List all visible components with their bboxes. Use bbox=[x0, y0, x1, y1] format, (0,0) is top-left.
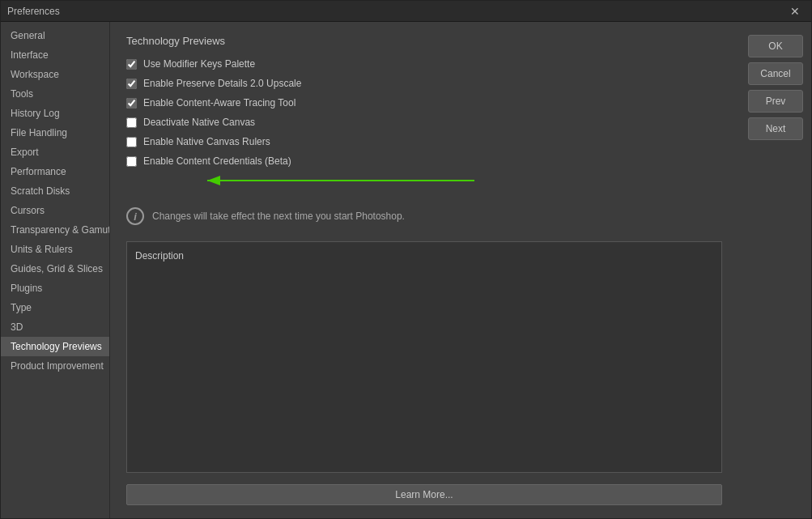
sidebar-item-general[interactable]: General bbox=[1, 26, 109, 45]
checkbox-4[interactable] bbox=[126, 137, 137, 147]
sidebar-item-cursors[interactable]: Cursors bbox=[1, 201, 109, 220]
sidebar-item-interface[interactable]: Interface bbox=[1, 45, 109, 65]
sidebar-item-workspace[interactable]: Workspace bbox=[1, 65, 109, 84]
prev-button[interactable]: Prev bbox=[748, 90, 803, 113]
checkbox-3[interactable] bbox=[126, 117, 137, 128]
cancel-button[interactable]: Cancel bbox=[748, 62, 803, 85]
checkbox-row-4: Enable Native Canvas Rulers bbox=[126, 136, 722, 147]
checkbox-0[interactable] bbox=[126, 59, 137, 70]
info-icon: i bbox=[126, 207, 144, 225]
checkbox-2[interactable] bbox=[126, 98, 137, 108]
sidebar-item-type[interactable]: Type bbox=[1, 298, 109, 317]
content-area: GeneralInterfaceWorkspaceToolsHistory Lo… bbox=[1, 22, 811, 518]
description-title: Description bbox=[135, 250, 713, 262]
sidebar-item-guides-grid-slices[interactable]: Guides, Grid & Slices bbox=[1, 259, 109, 279]
title-bar: Preferences ✕ bbox=[1, 1, 811, 22]
section-title: Technology Previews bbox=[126, 35, 722, 47]
checkbox-row-1: Enable Preserve Details 2.0 Upscale bbox=[126, 78, 722, 89]
main-content: Technology Previews Use Modifier Keys Pa… bbox=[110, 22, 738, 518]
sidebar-item-plugins[interactable]: Plugins bbox=[1, 279, 109, 298]
sidebar-item-product-improvement[interactable]: Product Improvement bbox=[1, 356, 109, 376]
checkbox-row-5: Enable Content Credentials (Beta) bbox=[126, 155, 722, 167]
checkbox-label-3: Deactivate Native Canvas bbox=[143, 117, 255, 128]
sidebar-item-transparency-gamut[interactable]: Transparency & Gamut bbox=[1, 220, 109, 240]
sidebar-item-performance[interactable]: Performance bbox=[1, 162, 109, 181]
ok-button[interactable]: OK bbox=[748, 35, 803, 57]
checkbox-label-1: Enable Preserve Details 2.0 Upscale bbox=[143, 78, 301, 89]
right-buttons: OK Cancel Prev Next bbox=[738, 22, 811, 518]
checkbox-row-2: Enable Content-Aware Tracing Tool bbox=[126, 97, 722, 108]
sidebar-item-export[interactable]: Export bbox=[1, 143, 109, 162]
close-button[interactable]: ✕ bbox=[785, 3, 805, 19]
checkbox-label-0: Use Modifier Keys Palette bbox=[143, 58, 255, 70]
sidebar-item-technology-previews[interactable]: Technology Previews bbox=[1, 337, 109, 356]
sidebar-item-file-handling[interactable]: File Handling bbox=[1, 123, 109, 143]
sidebar-item-scratch-disks[interactable]: Scratch Disks bbox=[1, 181, 109, 201]
checkbox-label-2: Enable Content-Aware Tracing Tool bbox=[143, 97, 295, 108]
checkbox-5[interactable] bbox=[126, 156, 137, 167]
next-button[interactable]: Next bbox=[748, 117, 803, 140]
sidebar-item-3d[interactable]: 3D bbox=[1, 317, 109, 337]
window-title: Preferences bbox=[7, 6, 60, 17]
sidebar-item-tools[interactable]: Tools bbox=[1, 84, 109, 104]
info-row: i Changes will take effect the next time… bbox=[126, 207, 722, 225]
arrow-annotation bbox=[126, 168, 369, 193]
info-text: Changes will take effect the next time y… bbox=[152, 211, 405, 222]
checkbox-label-4: Enable Native Canvas Rulers bbox=[143, 136, 270, 147]
checkbox-label-5: Enable Content Credentials (Beta) bbox=[143, 155, 291, 167]
sidebar: GeneralInterfaceWorkspaceToolsHistory Lo… bbox=[1, 22, 110, 518]
preferences-window: Preferences ✕ GeneralInterfaceWorkspaceT… bbox=[0, 0, 812, 519]
checkbox-row-3: Deactivate Native Canvas bbox=[126, 117, 722, 128]
checkbox-row-0: Use Modifier Keys Palette bbox=[126, 58, 722, 70]
checkboxes-container: Use Modifier Keys PaletteEnable Preserve… bbox=[126, 58, 722, 175]
description-section: Description bbox=[126, 241, 722, 473]
learn-more-button[interactable]: Learn More... bbox=[126, 484, 722, 505]
checkbox-1[interactable] bbox=[126, 79, 137, 89]
sidebar-item-history-log[interactable]: History Log bbox=[1, 104, 109, 123]
sidebar-item-units-rulers[interactable]: Units & Rulers bbox=[1, 240, 109, 259]
